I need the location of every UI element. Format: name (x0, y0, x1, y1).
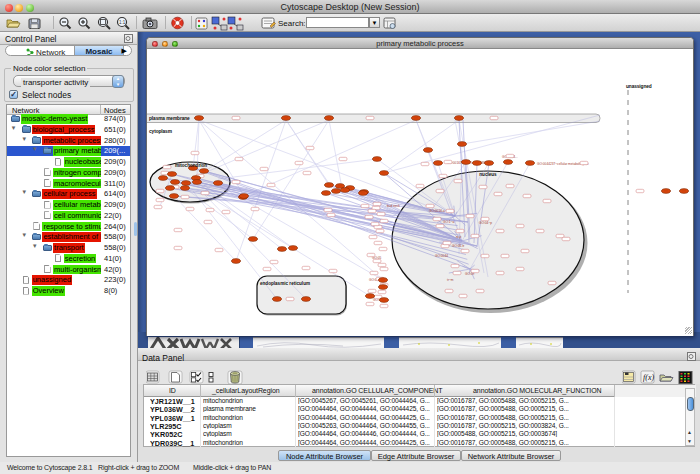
svg-text:plasma membrane: plasma membrane (149, 116, 190, 121)
svg-text:cytoplasm: cytoplasm (149, 129, 172, 134)
svg-text:GO:0044: GO:0044 (435, 254, 448, 258)
svg-text:nucleus: nucleus (479, 172, 497, 177)
svg-text:1:1: 1:1 (119, 20, 126, 25)
svg-text:mitochondrion: mitochondrion (175, 163, 207, 168)
svg-text:tr~m: tr~m (447, 278, 454, 282)
svg-text:endoplasmic reticulum: endoplasmic reticulum (260, 281, 310, 286)
svg-text:unassigned: unassigned (626, 84, 652, 89)
svg-text:GO:06-tr: GO:06-tr (452, 244, 465, 248)
svg-text:GO:0016-a: GO:0016-a (429, 209, 445, 213)
svg-text:GO:04~p: GO:04~p (479, 221, 492, 225)
svg-text:f(x): f(x) (643, 373, 654, 382)
svg-text:GO:1~a: GO:1~a (443, 220, 454, 224)
svg-text:st-p: st-p (456, 235, 462, 239)
svg-text:bud neck: bud neck (387, 204, 400, 208)
